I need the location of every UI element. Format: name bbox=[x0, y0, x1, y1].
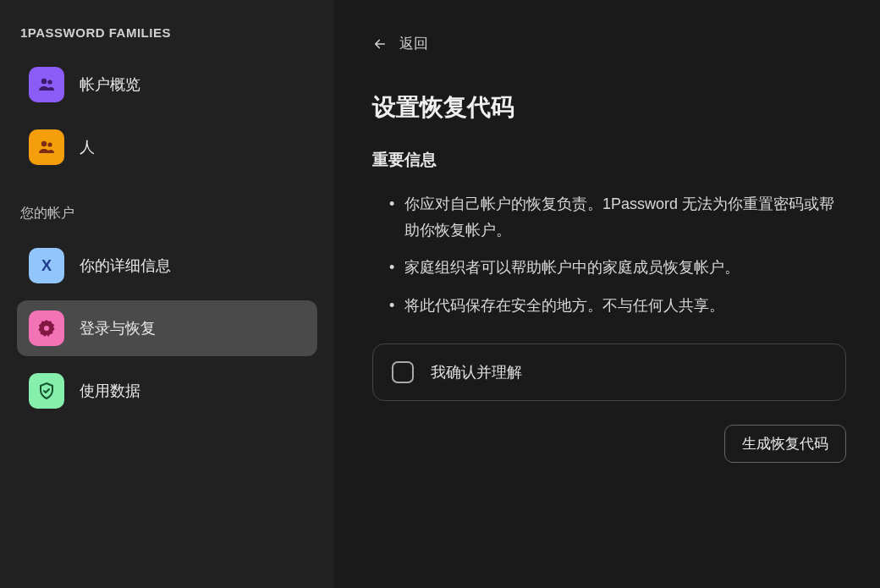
list-item: 你应对自己帐户的恢复负责。1Password 无法为你重置密码或帮助你恢复帐户。 bbox=[389, 191, 846, 243]
shield-icon bbox=[29, 373, 64, 409]
sidebar-item-account-overview[interactable]: 帐户概览 bbox=[17, 57, 317, 113]
sidebar: 1PASSWORD FAMILIES 帐户概览 人 您的帐户 X bbox=[0, 0, 334, 588]
confirm-label: 我确认并理解 bbox=[431, 362, 522, 382]
sidebar-section-header: 您的帐户 bbox=[17, 205, 317, 223]
sidebar-item-label: 使用数据 bbox=[80, 381, 140, 401]
back-label: 返回 bbox=[399, 34, 428, 53]
svg-point-0 bbox=[41, 79, 47, 84]
generate-recovery-code-button[interactable]: 生成恢复代码 bbox=[724, 425, 846, 463]
list-item: 将此代码保存在安全的地方。不与任何人共享。 bbox=[389, 293, 846, 319]
sidebar-header: 1PASSWORD FAMILIES bbox=[17, 25, 317, 40]
svg-point-4 bbox=[44, 326, 49, 331]
svg-point-2 bbox=[41, 141, 47, 146]
people-icon bbox=[29, 129, 64, 165]
section-title: 重要信息 bbox=[372, 149, 846, 171]
list-item: 家庭组织者可以帮助帐户中的家庭成员恢复帐户。 bbox=[389, 255, 846, 281]
page-title: 设置恢复代码 bbox=[372, 91, 846, 124]
users-group-icon bbox=[29, 67, 64, 102]
badge-icon bbox=[29, 310, 64, 346]
sidebar-item-label: 帐户概览 bbox=[80, 74, 140, 95]
main-content: 返回 设置恢复代码 重要信息 你应对自己帐户的恢复负责。1Password 无法… bbox=[334, 0, 880, 588]
sidebar-item-label: 登录与恢复 bbox=[80, 318, 156, 338]
sidebar-item-label: 你的详细信息 bbox=[80, 256, 171, 276]
svg-point-3 bbox=[47, 142, 52, 146]
svg-point-1 bbox=[47, 80, 52, 84]
action-row: 生成恢复代码 bbox=[372, 425, 846, 463]
confirm-checkbox[interactable] bbox=[392, 361, 414, 383]
back-button[interactable]: 返回 bbox=[372, 34, 428, 53]
sidebar-item-your-details[interactable]: X 你的详细信息 bbox=[17, 238, 317, 294]
x-mark-icon: X bbox=[29, 248, 64, 283]
sidebar-item-people[interactable]: 人 bbox=[17, 119, 317, 175]
sidebar-item-label: 人 bbox=[80, 137, 95, 157]
sidebar-item-signin-recovery[interactable]: 登录与恢复 bbox=[17, 300, 317, 356]
info-list: 你应对自己帐户的恢复负责。1Password 无法为你重置密码或帮助你恢复帐户。… bbox=[372, 191, 846, 318]
arrow-left-icon bbox=[372, 36, 388, 52]
sidebar-item-usage-data[interactable]: 使用数据 bbox=[17, 363, 317, 419]
confirm-box: 我确认并理解 bbox=[372, 343, 846, 401]
